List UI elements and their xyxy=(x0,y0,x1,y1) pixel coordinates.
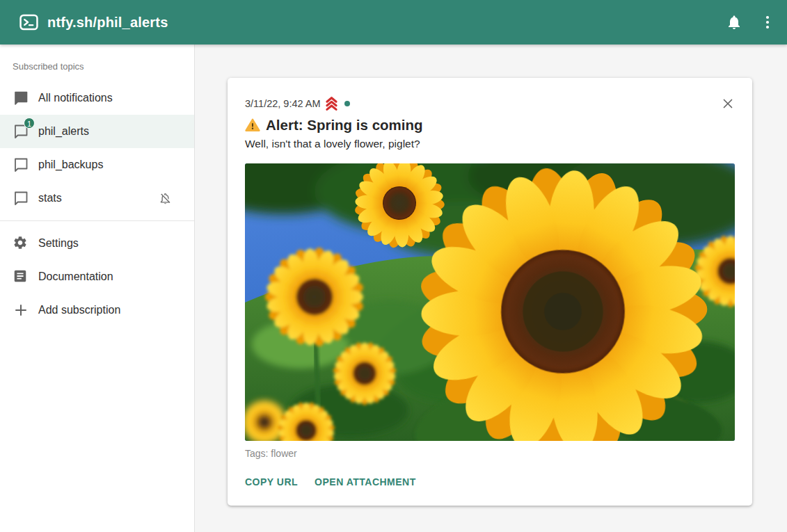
unread-dot-icon xyxy=(344,101,350,106)
sidebar-item-label: All notifications xyxy=(38,92,113,104)
notifications-muted-icon xyxy=(158,191,173,206)
warning-emoji-icon xyxy=(245,118,260,133)
sidebar-item-stats[interactable]: stats xyxy=(0,182,194,215)
sidebar: Subscribed topics All notifications 1 ph… xyxy=(0,45,195,532)
sidebar-item-documentation[interactable]: Documentation xyxy=(0,260,194,293)
open-attachment-button[interactable]: OPEN ATTACHMENT xyxy=(315,476,416,487)
gear-icon xyxy=(13,235,29,252)
attachment-image-sunflowers[interactable] xyxy=(245,163,735,441)
main-area: 3/11/22, 9:42 AM xyxy=(195,45,787,532)
sidebar-item-label: phil_alerts xyxy=(38,125,89,138)
notification-title: Alert: Spring is coming xyxy=(266,117,423,134)
copy-url-button[interactable]: COPY URL xyxy=(245,476,298,487)
sidebar-item-phil-alerts[interactable]: 1 phil_alerts xyxy=(0,115,194,148)
chat-bubble-filled-icon xyxy=(13,90,29,106)
overflow-menu-button[interactable] xyxy=(759,14,776,31)
kebab-menu-icon xyxy=(759,14,776,31)
chat-bubble-outline-icon: 1 xyxy=(13,123,29,140)
sidebar-item-phil-backups[interactable]: phil_backups xyxy=(0,148,194,182)
close-icon xyxy=(720,96,736,111)
sidebar-item-all-notifications[interactable]: All notifications xyxy=(0,81,194,115)
article-icon xyxy=(13,268,29,285)
sidebar-item-label: Add subscription xyxy=(38,304,120,316)
sidebar-item-label: stats xyxy=(38,192,62,204)
notification-card: 3/11/22, 9:42 AM xyxy=(228,78,752,506)
subscribed-topics-label: Subscribed topics xyxy=(13,61,194,72)
sidebar-item-settings[interactable]: Settings xyxy=(0,227,194,260)
sidebar-divider xyxy=(0,220,194,221)
notification-message: Well, isn't that a lovely flower, piglet… xyxy=(245,138,735,150)
plus-icon xyxy=(13,302,29,319)
notifications-bell-button[interactable] xyxy=(726,14,742,31)
close-notification-button[interactable] xyxy=(720,96,736,111)
sidebar-item-label: Settings xyxy=(38,237,79,250)
priority-high-icon xyxy=(324,96,339,111)
sidebar-item-label: phil_backups xyxy=(38,159,103,171)
chat-bubble-outline-icon xyxy=(13,156,29,173)
notification-tags: Tags: flower xyxy=(245,448,735,459)
page-title: ntfy.sh/phil_alerts xyxy=(47,15,726,31)
chat-bubble-outline-icon xyxy=(13,190,29,207)
app-bar: ntfy.sh/phil_alerts xyxy=(0,0,787,45)
sidebar-item-label: Documentation xyxy=(38,271,113,283)
sidebar-item-add-subscription[interactable]: Add subscription xyxy=(0,293,194,327)
ntfy-terminal-logo-icon xyxy=(19,14,38,31)
unread-count-badge: 1 xyxy=(24,118,35,129)
bell-icon xyxy=(726,14,742,31)
notification-timestamp: 3/11/22, 9:42 AM xyxy=(245,98,321,109)
